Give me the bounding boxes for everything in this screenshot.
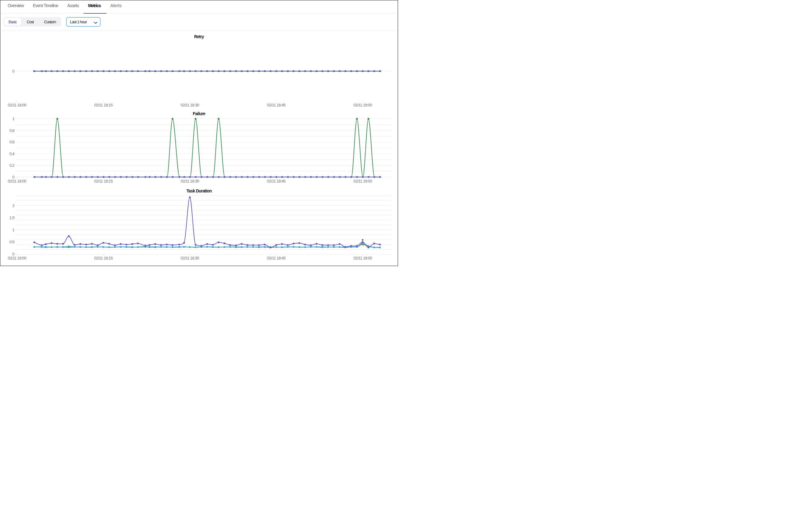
- svg-text:02/11 18:00: 02/11 18:00: [8, 103, 26, 107]
- svg-text:02/11 19:00: 02/11 19:00: [353, 255, 372, 260]
- svg-text:1: 1: [13, 228, 15, 232]
- svg-text:Failure: Failure: [193, 112, 206, 116]
- svg-text:Task Duration: Task Duration: [186, 189, 211, 193]
- svg-text:2: 2: [13, 203, 15, 208]
- svg-text:1.5: 1.5: [9, 215, 14, 220]
- svg-text:0.8: 0.8: [9, 128, 14, 133]
- svg-text:0.4: 0.4: [9, 151, 14, 156]
- svg-text:02/11 18:30: 02/11 18:30: [181, 179, 199, 184]
- svg-text:0.5: 0.5: [9, 240, 14, 244]
- svg-text:0.2: 0.2: [9, 163, 14, 168]
- svg-text:0: 0: [13, 69, 15, 74]
- svg-text:0.6: 0.6: [9, 140, 14, 144]
- svg-text:02/11 18:45: 02/11 18:45: [267, 255, 286, 260]
- svg-text:02/11 19:00: 02/11 19:00: [353, 179, 372, 184]
- svg-text:02/11 18:00: 02/11 18:00: [8, 255, 26, 260]
- svg-text:02/11 18:00: 02/11 18:00: [8, 179, 26, 184]
- svg-text:02/11 18:45: 02/11 18:45: [267, 179, 286, 184]
- svg-text:02/11 18:15: 02/11 18:15: [94, 103, 113, 107]
- svg-text:02/11 18:45: 02/11 18:45: [267, 103, 286, 107]
- svg-text:02/11 18:15: 02/11 18:15: [94, 255, 113, 260]
- svg-text:02/11 19:00: 02/11 19:00: [353, 103, 372, 107]
- svg-text:Retry: Retry: [194, 35, 204, 39]
- svg-text:02/11 18:30: 02/11 18:30: [181, 255, 199, 260]
- svg-text:1: 1: [13, 116, 15, 121]
- svg-text:02/11 18:15: 02/11 18:15: [94, 179, 113, 184]
- svg-text:02/11 18:30: 02/11 18:30: [181, 103, 199, 107]
